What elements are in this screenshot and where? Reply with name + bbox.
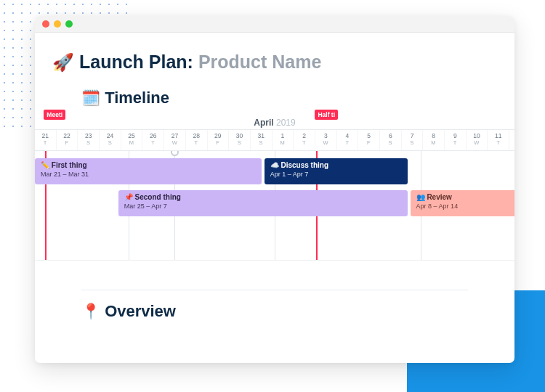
event-title: First thing — [52, 161, 87, 169]
timeline-day-column: 28T — [186, 130, 208, 150]
timeline-day-column: 5F — [358, 130, 380, 150]
timeline-pin-icon — [171, 151, 179, 156]
timeline-event-bar[interactable]: 📌 Second thingMar 25 – Apr 7 — [118, 190, 408, 216]
event-date-range: Mar 25 – Apr 7 — [124, 203, 167, 210]
title-product-name: Product Name — [198, 52, 321, 72]
timeline-event-bar[interactable]: 👥 ReviewApr 8 – Apr 14 — [411, 190, 514, 216]
pin-icon: 📍 — [81, 303, 100, 319]
timeline-day-column: 4T — [337, 130, 359, 150]
timeline-day-column: 26T — [142, 130, 164, 150]
timeline-day-column: 11T — [488, 130, 509, 150]
timeline-heading: 🗓️ Timeline — [81, 89, 497, 107]
event-emoji-icon: 📌 — [124, 193, 133, 201]
event-title: Discuss thing — [280, 161, 328, 169]
timeline-day-column: 10W — [467, 130, 488, 150]
event-emoji-icon: ☁️ — [270, 161, 279, 169]
timeline-day-column: 2T — [294, 130, 315, 150]
event-date-range: Apr 8 – Apr 14 — [416, 203, 459, 210]
timeline-event-bar[interactable]: ☁️ Discuss thingApr 1 – Apr 7 — [265, 158, 408, 184]
timeline-day-header: 21T22F23S24S25M26T27W28T29F30S31S1M2T3W4… — [35, 129, 514, 151]
title-prefix: Launch Plan: — [79, 52, 193, 72]
window-titlebar — [35, 16, 514, 33]
app-window: 🚀 Launch Plan: Product Name 🗓️ Timeline … — [35, 16, 514, 363]
window-zoom-button[interactable] — [65, 20, 73, 28]
timeline-day-column: 6S — [380, 130, 402, 150]
timeline-day-column: 31S — [251, 130, 272, 150]
timeline-day-column: 1M — [272, 130, 294, 150]
timeline-day-column: 21T — [35, 130, 57, 150]
timeline-day-column: 7S — [402, 130, 424, 150]
timeline-day-column: 27W — [164, 130, 186, 150]
window-close-button[interactable] — [42, 20, 49, 28]
page-title: 🚀 Launch Plan: Product Name — [52, 52, 497, 73]
event-title: Second thing — [135, 193, 181, 201]
calendar-icon: 🗓️ — [81, 89, 100, 106]
timeline-day-column: 24S — [100, 130, 121, 150]
overview-heading: 📍 Overview — [81, 302, 497, 321]
timeline-bars-area[interactable]: ✏️ First thingMar 21 – Mar 31☁️ Discuss … — [35, 151, 514, 261]
timeline-marker-flag[interactable]: Meeti — [44, 110, 65, 120]
timeline-day-column: 12F — [509, 130, 514, 150]
timeline-day-column: 22F — [57, 130, 78, 150]
event-date-range: Mar 21 – Mar 31 — [41, 171, 89, 178]
event-emoji-icon: ✏️ — [41, 161, 49, 169]
event-title: Review — [427, 193, 451, 201]
event-date-range: Apr 1 – Apr 7 — [270, 171, 309, 178]
timeline-day-column: 29F — [208, 130, 230, 150]
timeline-day-column: 3W — [315, 130, 337, 150]
window-minimize-button[interactable] — [54, 20, 61, 28]
timeline-event-bar[interactable]: ✏️ First thingMar 21 – Mar 31 — [35, 158, 262, 184]
rocket-icon: 🚀 — [52, 52, 74, 72]
event-emoji-icon: 👥 — [416, 193, 425, 201]
timeline-day-column: 23S — [78, 130, 100, 150]
timeline-day-column: 25M — [121, 130, 143, 150]
timeline-day-column: 30S — [229, 130, 251, 150]
timeline-day-column: 8M — [423, 130, 445, 150]
timeline-day-column: 9T — [445, 130, 467, 150]
timeline: April 2019 21T22F23S24S25M26T27W28T29F30… — [35, 115, 514, 261]
section-divider — [81, 290, 468, 290]
timeline-month-label: April 2019 — [35, 115, 514, 129]
timeline-marker-flag[interactable]: Half ti — [315, 110, 338, 120]
